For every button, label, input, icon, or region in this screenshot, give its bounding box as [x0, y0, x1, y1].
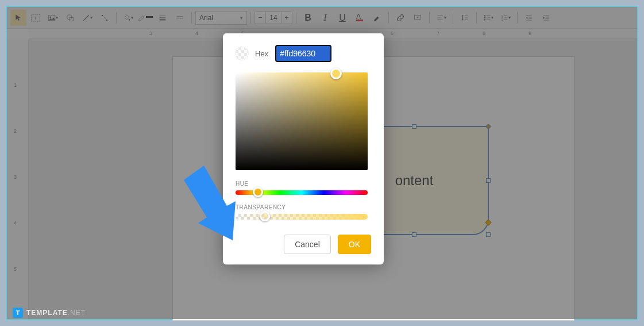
watermark-icon: T	[13, 308, 23, 318]
hex-input[interactable]	[275, 45, 331, 62]
transparency-slider[interactable]	[236, 214, 368, 220]
watermark-text: TEMPLATE.NET	[26, 309, 86, 317]
cancel-button[interactable]: Cancel	[284, 235, 331, 254]
saturation-value-thumb[interactable]	[330, 68, 342, 79]
hue-thumb[interactable]	[253, 187, 263, 197]
watermark: T TEMPLATE.NET	[13, 308, 86, 318]
saturation-value-picker[interactable]	[236, 72, 368, 170]
hue-slider[interactable]	[236, 190, 368, 195]
transparency-preview-icon	[236, 47, 248, 60]
ok-button[interactable]: OK	[338, 235, 371, 254]
hex-label: Hex	[255, 49, 268, 58]
color-picker-dialog: Hex HUE TRANSPARENCY Cancel OK	[223, 33, 384, 264]
transparency-label: TRANSPARENCY	[236, 204, 371, 210]
hue-label: HUE	[236, 181, 371, 187]
transparency-thumb[interactable]	[260, 211, 270, 221]
